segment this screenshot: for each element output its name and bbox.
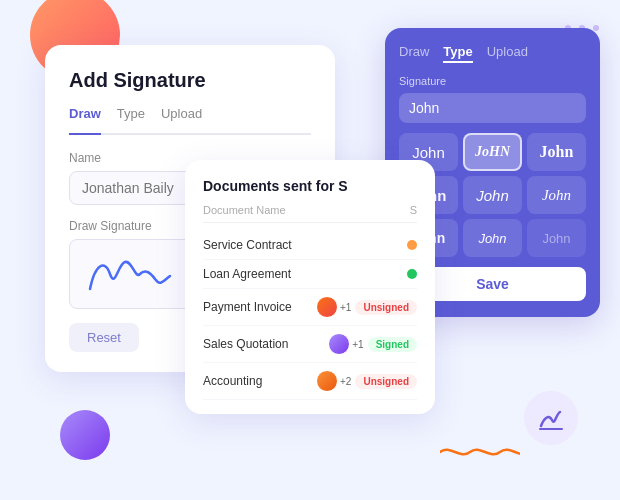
sig-option-3[interactable]: John	[527, 133, 586, 171]
status-dot-green	[407, 269, 417, 279]
table-row[interactable]: Loan Agreement	[203, 260, 417, 289]
tab-upload[interactable]: Upload	[161, 106, 202, 125]
sig-option-8[interactable]: John	[463, 219, 522, 257]
sig-option-2[interactable]: JoHN	[463, 133, 522, 171]
doc-row-right: +1 Signed	[328, 333, 417, 355]
table-row[interactable]: Service Contract	[203, 231, 417, 260]
avatar-stack: +1	[328, 333, 363, 355]
avatar	[328, 333, 350, 355]
status-dot-orange	[407, 240, 417, 250]
card-documents: Documents sent for S Document Name S Ser…	[185, 160, 435, 414]
avatar	[316, 370, 338, 392]
reset-button[interactable]: Reset	[69, 323, 139, 352]
avatar-stack: +1	[316, 296, 351, 318]
decorative-circle-purple	[60, 410, 110, 460]
doc-name: Loan Agreement	[203, 267, 339, 281]
doc-name: Accounting	[203, 374, 316, 388]
status-badge: Unsigned	[355, 374, 417, 389]
signature-drawing	[80, 244, 200, 304]
avatar-stack: +2	[316, 370, 351, 392]
add-signature-tabs: Draw Type Upload	[69, 106, 311, 135]
doc-name: Service Contract	[203, 238, 339, 252]
type-tab-draw[interactable]: Draw	[399, 44, 429, 63]
type-tab-upload[interactable]: Upload	[487, 44, 528, 63]
type-tab-type[interactable]: Type	[443, 44, 472, 63]
doc-row-right	[339, 240, 417, 250]
avatar-count: +2	[340, 376, 351, 387]
sig-option-6[interactable]: John	[527, 176, 586, 214]
col-document-name: Document Name	[203, 204, 339, 216]
add-signature-title: Add Signature	[69, 69, 311, 92]
signature-icon-circle	[524, 391, 578, 445]
table-row[interactable]: Accounting +2 Unsigned	[203, 363, 417, 400]
status-badge: Unsigned	[355, 300, 417, 315]
svg-point-3	[593, 25, 599, 31]
avatar-count: +1	[352, 339, 363, 350]
wavy-decoration	[440, 442, 520, 462]
sig-option-9[interactable]: John	[527, 219, 586, 257]
status-badge: Signed	[368, 337, 417, 352]
documents-title: Documents sent for S	[203, 178, 417, 194]
tab-type[interactable]: Type	[117, 106, 145, 125]
signature-icon	[536, 404, 566, 432]
table-row[interactable]: Payment Invoice +1 Unsigned	[203, 289, 417, 326]
tab-draw[interactable]: Draw	[69, 106, 101, 135]
sig-option-5[interactable]: John	[463, 176, 522, 214]
doc-row-right: +1 Unsigned	[316, 296, 417, 318]
table-row[interactable]: Sales Quotation +1 Signed	[203, 326, 417, 363]
avatar-count: +1	[340, 302, 351, 313]
type-tabs-row: Draw Type Upload	[399, 44, 586, 63]
doc-name: Payment Invoice	[203, 300, 316, 314]
sig-label: Signature	[399, 75, 586, 87]
doc-table-header: Document Name S	[203, 204, 417, 223]
col-status: S	[339, 204, 417, 216]
avatar	[316, 296, 338, 318]
doc-name: Sales Quotation	[203, 337, 328, 351]
sig-input[interactable]	[399, 93, 586, 123]
doc-row-right: +2 Unsigned	[316, 370, 417, 392]
doc-row-right	[339, 269, 417, 279]
